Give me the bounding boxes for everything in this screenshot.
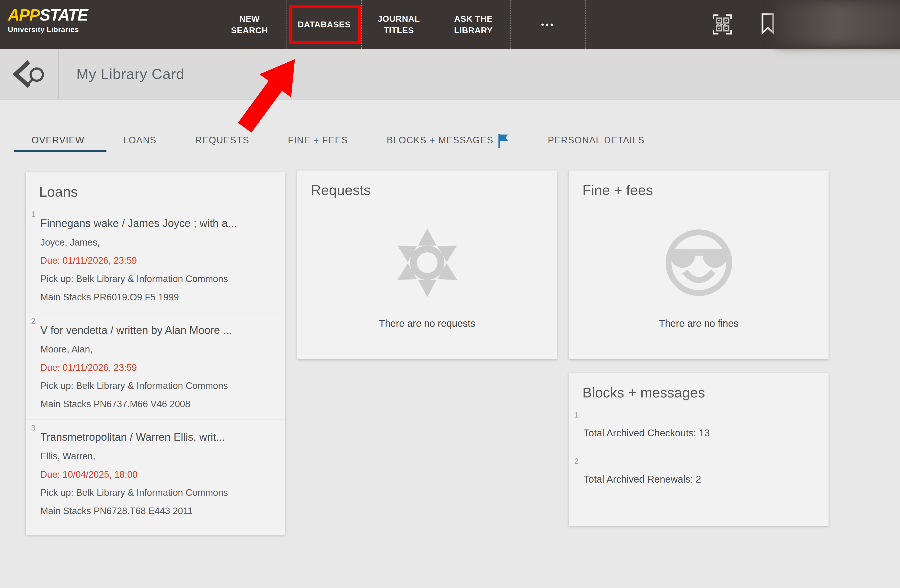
loans-heading: Loans — [39, 183, 285, 200]
loan-title[interactable]: V for vendetta / written by Alan Moore .… — [40, 324, 273, 337]
menu-item-more[interactable]: ••• — [511, 0, 585, 49]
logo-subtitle: University Libraries — [8, 25, 88, 34]
fines-card: Fine + fees There are no fines — [569, 170, 829, 359]
no-fines-smiley-icon — [662, 226, 736, 299]
logo-wordmark: APPSTATE — [8, 7, 88, 23]
header-divider — [58, 49, 59, 99]
tabs-bottom-border — [14, 152, 842, 152]
qr-code-icon[interactable] — [712, 13, 733, 37]
no-requests-icon — [391, 226, 464, 299]
loan-title[interactable]: Finnegans wake / James Joyce ; with a... — [40, 217, 273, 230]
loan-pickup-location: Pick up: Belk Library & Information Comm… — [40, 380, 273, 391]
page-header: My Library Card — [0, 49, 900, 99]
block-message: Total Archived Checkouts: 13 — [583, 427, 816, 439]
ellipsis-icon: ••• — [541, 20, 555, 29]
loans-card: Loans 1 Finnegans wake / James Joyce ; w… — [26, 172, 285, 535]
tab-fine-fees[interactable]: FINE + FEES — [288, 132, 348, 148]
loan-due-date: Due: 01/11/2026, 23:59 — [40, 255, 273, 266]
loan-pickup-location: Pick up: Belk Library & Information Comm… — [40, 274, 273, 285]
block-item: 2 Total Archived Renewals: 2 — [569, 453, 829, 499]
menu-item-ask-the-library[interactable]: ASK THE LIBRARY — [436, 0, 511, 49]
item-number: 3 — [31, 423, 36, 432]
blocks-messages-card: Blocks + messages 1 Total Archived Check… — [569, 373, 829, 526]
loan-due-date: Due: 01/11/2026, 23:59 — [40, 362, 273, 373]
requests-empty-state: There are no requests — [297, 204, 557, 329]
loan-item: 1 Finnegans wake / James Joyce ; with a.… — [26, 206, 285, 313]
fines-empty-state: There are no fines — [569, 204, 829, 329]
item-number: 2 — [574, 456, 579, 466]
item-number: 1 — [574, 410, 579, 419]
loan-pickup-location: Pick up: Belk Library & Information Comm… — [40, 487, 273, 498]
loan-item: 2 V for vendetta / written by Alan Moore… — [26, 313, 285, 419]
loan-item: 3 Transmetropolitan / Warren Ellis, writ… — [26, 419, 285, 526]
tab-overview[interactable]: OVERVIEW — [31, 132, 84, 148]
loan-title[interactable]: Transmetropolitan / Warren Ellis, writ..… — [40, 431, 273, 444]
appstate-logo[interactable]: APPSTATE University Libraries — [8, 7, 88, 34]
loan-author: Ellis, Warren, — [40, 451, 273, 462]
loan-due-date: Due: 10/04/2025, 18:00 — [40, 469, 273, 480]
tab-personal-details[interactable]: PERSONAL DETAILS — [548, 132, 644, 148]
fines-empty-text: There are no fines — [569, 318, 829, 329]
page-title: My Library Card — [76, 49, 185, 99]
fines-heading: Fine + fees — [582, 182, 829, 198]
loan-call-number: Main Stacks PR6019.O9 F5 1999 — [40, 292, 273, 303]
loan-call-number: Main Stacks PN6737.M66 V46 2008 — [40, 399, 273, 410]
menu-item-databases[interactable]: DATABASES — [287, 0, 362, 49]
library-card-tabs: OVERVIEW LOANS REQUESTS FINE + FEES BLOC… — [31, 132, 644, 148]
back-search-icon — [11, 60, 48, 88]
requests-card: Requests There are no requests — [297, 170, 557, 359]
block-item: 1 Total Archived Checkouts: 13 — [569, 407, 829, 453]
item-number: 1 — [31, 210, 36, 219]
bookmark-icon[interactable] — [760, 12, 776, 37]
user-account-menu[interactable] — [774, 2, 900, 45]
main-menu: NEW SEARCH DATABASES JOURNAL TITLES ASK … — [213, 0, 585, 49]
loan-call-number: Main Stacks PN6728.T68 E443 2011 — [40, 506, 273, 517]
requests-empty-text: There are no requests — [297, 318, 557, 329]
blocks-heading: Blocks + messages — [582, 384, 829, 401]
tab-loans[interactable]: LOANS — [123, 132, 156, 148]
requests-heading: Requests — [311, 182, 557, 198]
back-to-search-button[interactable] — [0, 49, 58, 99]
library-card-page: APPSTATE University Libraries NEW SEARCH… — [0, 0, 900, 588]
top-nav-bar: APPSTATE University Libraries NEW SEARCH… — [0, 0, 900, 49]
tab-requests[interactable]: REQUESTS — [195, 132, 249, 148]
loan-author: Moore, Alan, — [40, 344, 273, 355]
block-message: Total Archived Renewals: 2 — [583, 474, 816, 485]
menu-item-journal-titles[interactable]: JOURNAL TITLES — [362, 0, 436, 49]
tab-blocks-messages[interactable]: BLOCKS + MESSAGES — [386, 132, 509, 148]
item-number: 2 — [31, 317, 36, 325]
flag-icon — [497, 133, 509, 149]
menu-item-new-search[interactable]: NEW SEARCH — [213, 0, 287, 49]
loan-author: Joyce, James, — [40, 237, 273, 248]
